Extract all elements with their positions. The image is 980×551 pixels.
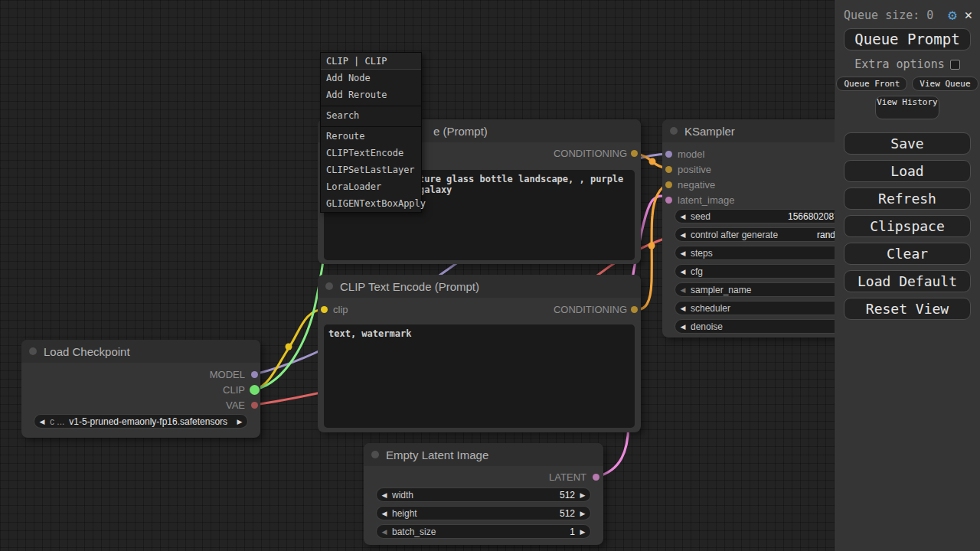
clipspace-button[interactable]: Clipspace (844, 215, 971, 237)
collapse-dot-icon[interactable] (371, 451, 379, 458)
context-menu-header: CLIP | CLIP (321, 53, 421, 70)
view-queue-button[interactable]: View Queue (912, 77, 978, 91)
view-history-button[interactable]: View History (875, 96, 939, 119)
stepper-right-icon[interactable]: ▶ (232, 418, 247, 425)
menu-item-search[interactable]: Search (321, 107, 421, 124)
node-title: CLIP Text Encode (Prompt) (340, 280, 479, 293)
stepper-left-icon[interactable]: ◀ (675, 268, 691, 276)
save-button[interactable]: Save (844, 132, 971, 155)
load-button[interactable]: Load (844, 160, 971, 182)
widget-label: width (392, 490, 413, 500)
node-title: Load Checkpoint (44, 345, 130, 358)
settings-gear-icon[interactable]: ⚙ (948, 8, 956, 22)
stepper-left-icon[interactable]: ◀ (377, 528, 392, 536)
input-label-negative: negative (678, 179, 715, 191)
input-slot-clip[interactable] (321, 306, 328, 313)
node-title-bar[interactable]: CLIP Text Encode (Prompt) (318, 275, 641, 298)
output-label-clip: CLIP (223, 384, 245, 396)
input-slot-positive[interactable] (665, 166, 672, 173)
menu-item-clipsetlastlayer[interactable]: CLIPSetLastLayer (321, 161, 421, 178)
extra-options-checkbox[interactable] (950, 60, 960, 70)
stepper-left-icon[interactable]: ◀ (377, 491, 392, 499)
widget-label: steps (691, 248, 713, 259)
widget-value: v1-5-pruned-emaonly-fp16.safetensors (64, 416, 232, 427)
input-label-model: model (678, 148, 704, 160)
input-label-latent-image: latent_image (678, 194, 734, 206)
widget-label: control after generate (691, 230, 778, 240)
extra-options-label: Extra options (854, 57, 944, 71)
input-slot-latent-image[interactable] (665, 197, 672, 204)
node-title-bar[interactable]: Empty Latent Image (364, 443, 603, 466)
widget-ckpt-name[interactable]: ◀ c ... v1-5-pruned-emaonly-fp16.safeten… (34, 414, 248, 429)
menu-item-loraloader[interactable]: LoraLoader (321, 178, 421, 195)
widget-label: scheduler (691, 303, 730, 314)
output-slot-clip-highlighted[interactable] (250, 385, 260, 395)
collapse-dot-icon[interactable] (29, 347, 37, 355)
widget-value: rand (817, 230, 835, 240)
widget-label: seed (691, 211, 710, 222)
node-load-checkpoint[interactable]: Load Checkpoint MODEL CLIP VAE ◀ c ... v… (21, 340, 260, 438)
menu-separator (321, 103, 421, 106)
reset-view-button[interactable]: Reset View (844, 298, 971, 320)
output-label-vae: VAE (226, 399, 245, 411)
collapse-dot-icon[interactable] (325, 282, 333, 290)
output-slot-conditioning[interactable] (631, 150, 638, 157)
prompt-textarea[interactable]: text, watermark (324, 324, 635, 428)
stepper-left-icon[interactable]: ◀ (34, 418, 50, 425)
node-title: Empty Latent Image (386, 448, 488, 461)
menu-item-cliptextencode[interactable]: CLIPTextEncode (321, 145, 421, 161)
menu-item-add-node[interactable]: Add Node (321, 70, 421, 86)
output-label-conditioning: CONDITIONING (554, 148, 627, 159)
output-slot-conditioning[interactable] (631, 306, 638, 313)
node-empty-latent-image[interactable]: Empty Latent Image LATENT ◀ width 512 ▶ … (364, 443, 603, 545)
comfyui-app: e (Prompt) CONDITIONING ture glass bottl… (0, 0, 980, 551)
prompt-text: text, watermark (328, 328, 411, 339)
widget-width[interactable]: ◀ width 512 ▶ (376, 487, 591, 502)
load-default-button[interactable]: Load Default (844, 270, 971, 292)
widget-label: height (392, 508, 417, 519)
menu-item-gligentextboxapply[interactable]: GLIGENTextBoxApply (321, 195, 421, 212)
close-icon[interactable]: ✕ (965, 8, 972, 21)
stepper-left-icon[interactable]: ◀ (675, 249, 691, 257)
node-clip-text-encode-negative[interactable]: CLIP Text Encode (Prompt) clip CONDITION… (318, 275, 641, 432)
queue-prompt-button[interactable]: Queue Prompt (844, 28, 971, 51)
input-slot-negative[interactable] (665, 181, 672, 188)
widget-value: 512 (560, 490, 575, 500)
stepper-left-icon[interactable]: ◀ (675, 323, 691, 331)
widget-batch-size[interactable]: ◀ batch_size 1 ▶ (376, 524, 591, 539)
node-title: KSampler (684, 125, 735, 138)
node-title-bar[interactable]: Load Checkpoint (21, 340, 260, 363)
stepper-right-icon[interactable]: ▶ (575, 491, 590, 499)
widget-value: 1 (570, 527, 575, 537)
menu-item-add-reroute[interactable]: Add Reroute (321, 86, 421, 103)
input-label-clip: clip (333, 304, 348, 315)
widget-height[interactable]: ◀ height 512 ▶ (376, 506, 591, 520)
refresh-button[interactable]: Refresh (844, 187, 971, 210)
stepper-right-icon[interactable]: ▶ (575, 528, 590, 536)
widget-label: batch_size (392, 527, 436, 537)
context-menu: CLIP | CLIP Add Node Add Reroute Search … (320, 52, 422, 213)
widget-label: cfg (691, 266, 703, 277)
stepper-left-icon[interactable]: ◀ (675, 286, 691, 294)
stepper-left-icon[interactable]: ◀ (675, 305, 691, 312)
input-slot-model[interactable] (665, 151, 672, 158)
widget-value: 1566802087 (788, 211, 839, 222)
clear-button[interactable]: Clear (844, 243, 971, 265)
input-label-positive: positive (678, 164, 711, 175)
stepper-right-icon[interactable]: ▶ (575, 510, 590, 517)
output-slot-latent[interactable] (593, 474, 599, 481)
queue-size-label: Queue size: 0 (844, 8, 943, 22)
menu-item-reroute[interactable]: Reroute (321, 128, 421, 145)
output-slot-model[interactable] (251, 371, 258, 378)
widget-value: 512 (560, 508, 575, 519)
output-label-conditioning: CONDITIONING (554, 304, 627, 315)
menu-separator (321, 124, 421, 127)
stepper-left-icon[interactable]: ◀ (675, 213, 691, 220)
node-title: e (Prompt) (433, 125, 488, 138)
queue-sidebar: Queue size: 0 ⚙ ✕ Queue Prompt Extra opt… (835, 0, 980, 551)
stepper-left-icon[interactable]: ◀ (377, 510, 392, 517)
collapse-dot-icon[interactable] (670, 127, 678, 135)
output-slot-vae[interactable] (251, 402, 258, 409)
queue-front-button[interactable]: Queue Front (836, 77, 907, 91)
stepper-left-icon[interactable]: ◀ (675, 231, 691, 239)
